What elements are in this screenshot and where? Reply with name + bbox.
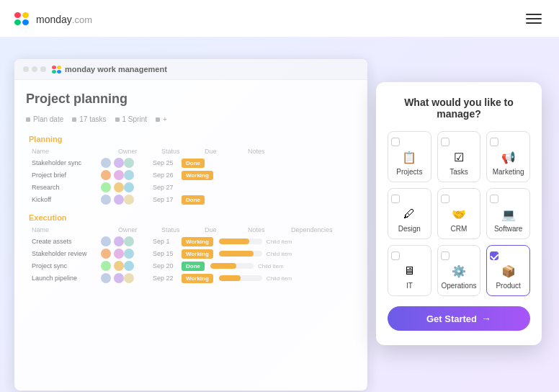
planning-section: Planning Name Owner Status Due Notes Sta… bbox=[26, 135, 356, 205]
brand-small-label: monday work management bbox=[65, 65, 167, 74]
hamburger-line-3 bbox=[526, 22, 542, 24]
modal-item-design[interactable]: 🖊 Design bbox=[388, 188, 431, 239]
checkbox-design[interactable] bbox=[391, 195, 400, 203]
hamburger-line-1 bbox=[526, 14, 542, 15]
software-icon: 💻 bbox=[501, 206, 516, 222]
status-badge: Done bbox=[182, 262, 205, 271]
arrow-icon: → bbox=[481, 313, 491, 324]
modal-item-it[interactable]: 🖥 IT bbox=[388, 245, 431, 296]
tasks-icon: ☑ bbox=[451, 149, 467, 165]
execution-section: Execution Name Owner Status Due Notes De… bbox=[26, 213, 356, 283]
checkbox-operations[interactable] bbox=[441, 251, 450, 260]
status-badge: Done bbox=[182, 159, 205, 168]
meta-item-3: 1 Sprint bbox=[115, 115, 147, 123]
brand-small-dots bbox=[52, 66, 62, 74]
projects-icon: 📋 bbox=[401, 149, 417, 165]
execution-header: Execution bbox=[26, 213, 356, 222]
table-row: Stakeholder sync Sep 25 Done bbox=[26, 158, 356, 168]
logo-dot-red bbox=[14, 12, 21, 18]
product-label: Product bbox=[496, 282, 520, 290]
status-badge: Working bbox=[182, 237, 213, 246]
checkbox-crm[interactable] bbox=[441, 195, 450, 203]
tasks-label: Tasks bbox=[450, 168, 468, 176]
panel-content: Project planning Plan date 17 tasks 1 Sp… bbox=[14, 80, 367, 303]
crm-icon: 🤝 bbox=[451, 206, 467, 222]
table-row: Launch pipeline Sep 22 Working Child ite… bbox=[26, 273, 356, 283]
table-headers-execution: Name Owner Status Due Notes Dependencies bbox=[26, 226, 356, 233]
panel-meta: Plan date 17 tasks 1 Sprint + bbox=[26, 115, 356, 123]
modal-item-product[interactable]: 📦 Product bbox=[486, 245, 530, 296]
modal-item-software[interactable]: 💻 Software bbox=[486, 188, 530, 239]
checkbox-it[interactable] bbox=[391, 251, 400, 260]
table-headers-planning: Name Owner Status Due Notes bbox=[26, 148, 356, 155]
hamburger-line-2 bbox=[526, 18, 542, 19]
design-label: Design bbox=[398, 225, 421, 233]
logo: monday.com bbox=[14, 10, 92, 27]
table-row: Kickoff Sep 17 Done bbox=[26, 195, 356, 205]
status-badge: Working bbox=[182, 171, 213, 180]
projects-label: Projects bbox=[396, 168, 422, 176]
status-badge: Done bbox=[182, 195, 205, 205]
it-label: IT bbox=[406, 282, 413, 290]
checkbox-software[interactable] bbox=[490, 195, 498, 203]
get-started-button[interactable]: Get Started → bbox=[388, 306, 530, 331]
it-icon: 🖥 bbox=[401, 263, 417, 279]
modal-item-crm[interactable]: 🤝 CRM bbox=[437, 188, 481, 239]
logo-dot-yellow bbox=[22, 12, 29, 18]
modal-title: What would you like to manage? bbox=[388, 97, 530, 120]
logo-dot-blue bbox=[22, 19, 29, 25]
product-icon: 📦 bbox=[501, 263, 516, 279]
marketing-label: Marketing bbox=[493, 168, 524, 176]
checkbox-projects[interactable] bbox=[391, 138, 400, 146]
panel-header: monday work management bbox=[14, 59, 367, 80]
hamburger-button[interactable] bbox=[523, 11, 545, 27]
meta-item-2: 17 tasks bbox=[72, 115, 106, 123]
checkbox-product[interactable] bbox=[490, 251, 498, 260]
operations-icon: ⚙️ bbox=[451, 263, 467, 279]
logo-dot-green bbox=[14, 19, 21, 25]
checkbox-tasks[interactable] bbox=[441, 138, 450, 146]
brand-small: monday work management bbox=[52, 65, 167, 74]
table-row: Project brief Sep 26 Working bbox=[26, 170, 356, 180]
logo-text: monday.com bbox=[36, 10, 92, 27]
meta-item-add: + bbox=[156, 115, 167, 123]
modal-item-tasks[interactable]: ☑ Tasks bbox=[437, 131, 481, 182]
background-panel: monday work management Project planning … bbox=[14, 59, 367, 391]
modal-grid: 📋 Projects ☑ Tasks 📢 bbox=[388, 131, 530, 296]
table-row: Stakeholder review Sep 15 Working Child … bbox=[26, 249, 356, 259]
modal-item-operations[interactable]: ⚙️ Operations bbox=[437, 245, 481, 296]
design-icon: 🖊 bbox=[401, 206, 417, 222]
table-row: Create assets Sep 1 Working Child item bbox=[26, 236, 356, 246]
manage-modal: What would you like to manage? 📋 Project… bbox=[376, 82, 542, 345]
window-dot-1 bbox=[23, 66, 29, 72]
logo-dots bbox=[14, 12, 32, 25]
main-area: monday work management Project planning … bbox=[0, 37, 559, 392]
window-dots bbox=[23, 66, 46, 72]
meta-item-1: Plan date bbox=[26, 115, 63, 123]
marketing-icon: 📢 bbox=[501, 149, 516, 165]
crm-label: CRM bbox=[451, 225, 468, 233]
window-dot-3 bbox=[40, 66, 46, 72]
table-row: Research Sep 27 bbox=[26, 182, 356, 192]
operations-label: Operations bbox=[442, 282, 477, 290]
get-started-label: Get Started bbox=[426, 313, 477, 324]
top-header: monday.com bbox=[0, 0, 559, 37]
status-badge: Working bbox=[182, 274, 213, 283]
software-label: Software bbox=[494, 225, 522, 233]
window-dot-2 bbox=[32, 66, 37, 72]
checkbox-marketing[interactable] bbox=[490, 138, 498, 146]
status-badge: Working bbox=[182, 249, 213, 259]
modal-item-marketing[interactable]: 📢 Marketing bbox=[486, 131, 530, 182]
panel-title: Project planning bbox=[26, 92, 356, 107]
planning-header: Planning bbox=[26, 135, 356, 143]
table-row: Project sync Sep 20 Done Child item bbox=[26, 261, 356, 271]
modal-item-projects[interactable]: 📋 Projects bbox=[388, 131, 431, 182]
